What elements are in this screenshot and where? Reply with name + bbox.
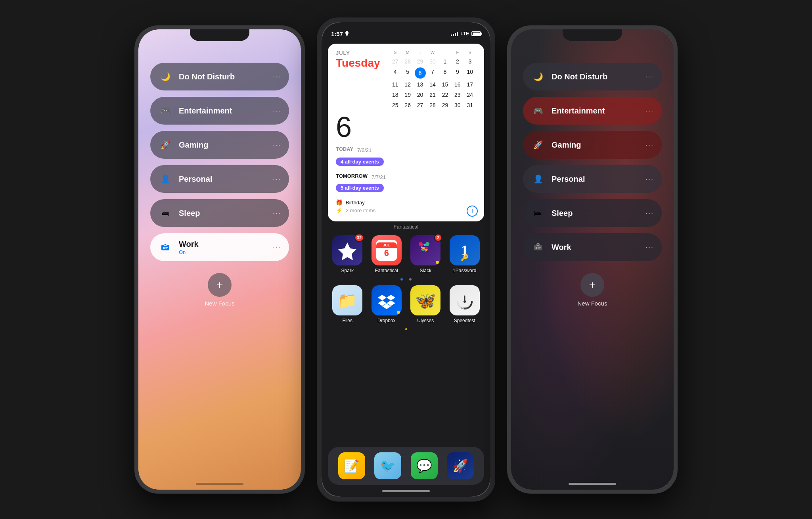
- dock-messages[interactable]: 💬: [411, 452, 438, 479]
- moon-icon-p3: 🌙: [531, 69, 545, 84]
- cal-day-11[interactable]: 11: [389, 80, 401, 89]
- battery-icon: [471, 31, 481, 36]
- focus-label-p3-dnd: Do Not Disturb: [552, 72, 639, 81]
- cal-day-1[interactable]: 1: [439, 57, 451, 66]
- files-label: Files: [343, 318, 352, 323]
- main-scene: 🌙 Do Not Disturb ··· 🎮 Entertainment ···: [0, 0, 812, 519]
- cal-day-6-today[interactable]: 6: [415, 67, 426, 79]
- app-fantastical[interactable]: JUL 6 Fantastical: [370, 235, 403, 273]
- focus-item-p3-sleep[interactable]: 🛏 Sleep ···: [523, 199, 662, 227]
- cal-event-birthday-text: Birthday: [346, 200, 365, 206]
- cal-tomorrow-label: TOMORROW: [336, 173, 368, 179]
- cal-day-18[interactable]: 18: [389, 90, 401, 99]
- cal-day-8[interactable]: 8: [439, 67, 451, 79]
- cal-day-13[interactable]: 13: [414, 80, 426, 89]
- focus-item-personal[interactable]: 👤 Personal ···: [150, 165, 289, 193]
- cal-day-17[interactable]: 17: [464, 80, 476, 89]
- cal-day-24[interactable]: 24: [464, 90, 476, 99]
- dock-notes[interactable]: 📝: [338, 452, 365, 479]
- phone-2-frame: 1:57 LTE: [317, 17, 495, 502]
- cal-day-10[interactable]: 10: [464, 67, 476, 79]
- work-icon: [158, 240, 172, 254]
- cal-day-30b[interactable]: 30: [451, 101, 463, 110]
- focus-item-p3-gaming[interactable]: 🚀 Gaming ···: [523, 131, 662, 159]
- focus-item-sleep[interactable]: 🛏 Sleep ···: [150, 199, 289, 227]
- cal-day-15[interactable]: 15: [439, 80, 451, 89]
- phone2-home-bar[interactable]: [382, 490, 430, 492]
- focus-label-p3-sleep: Sleep: [552, 209, 639, 218]
- svg-marker-5: [338, 242, 356, 260]
- cal-more-items-text: 2 more items: [346, 208, 375, 213]
- cal-day-28a[interactable]: 28: [401, 57, 414, 66]
- phone2-screen: 1:57 LTE: [322, 22, 490, 497]
- app-dropbox[interactable]: Dropbox: [370, 285, 403, 323]
- signal-bar-2: [453, 34, 454, 36]
- page-dot-active: [400, 278, 403, 281]
- dow-s1: S: [389, 50, 401, 55]
- cal-day-29a[interactable]: 29: [414, 57, 426, 66]
- cal-day-31[interactable]: 31: [464, 101, 476, 110]
- cal-day-27b[interactable]: 27: [414, 101, 426, 110]
- svg-rect-4: [165, 248, 167, 249]
- cal-mini-grid: S M T W T F S 27 28 29: [389, 50, 476, 110]
- svg-text:Ookla: Ookla: [461, 306, 468, 309]
- focus-item-do-not-disturb[interactable]: 🌙 Do Not Disturb ···: [150, 63, 289, 90]
- focus-item-gaming[interactable]: 🚀 Gaming ···: [150, 131, 289, 159]
- cal-day-30a[interactable]: 30: [426, 57, 439, 66]
- cal-tomorrow-row: TOMORROW 7/7/21: [336, 173, 476, 181]
- dock-launchcuts[interactable]: 🚀: [447, 452, 474, 479]
- cal-day-26[interactable]: 26: [401, 101, 414, 110]
- app-spark[interactable]: 32 Spark: [331, 235, 364, 273]
- cal-day-3[interactable]: 3: [464, 57, 476, 66]
- cal-day-27a[interactable]: 27: [389, 57, 401, 66]
- cal-day-12[interactable]: 12: [401, 80, 414, 89]
- cal-today-events[interactable]: 4 all-day events: [336, 158, 384, 166]
- person-icon-p3: 👤: [531, 172, 545, 186]
- phone2-status-bar: 1:57 LTE: [322, 22, 490, 40]
- cal-add-button[interactable]: +: [467, 206, 478, 217]
- cal-tomorrow-date: 7/7/21: [372, 174, 386, 180]
- signal-bar-4: [457, 32, 458, 36]
- cal-day-14[interactable]: 14: [426, 80, 439, 89]
- cal-day-16[interactable]: 16: [451, 80, 463, 89]
- cal-today-label: TODAY: [336, 146, 353, 152]
- cal-day-9[interactable]: 9: [451, 67, 463, 79]
- dow-w: W: [426, 50, 439, 55]
- focus-item-p3-personal[interactable]: 👤 Personal ···: [523, 165, 662, 193]
- cal-day-7[interactable]: 7: [426, 67, 439, 79]
- focus-item-entertainment[interactable]: 🎮 Entertainment ···: [150, 97, 289, 125]
- app-ulysses[interactable]: 🦋 Ulysses: [409, 285, 442, 323]
- battery-fill: [473, 33, 480, 35]
- cal-day-28b[interactable]: 28: [426, 101, 439, 110]
- cal-day-4[interactable]: 4: [389, 67, 401, 79]
- spark-badge: 32: [354, 234, 364, 242]
- cal-tomorrow-events[interactable]: 5 all-day events: [336, 184, 384, 192]
- dropbox-dot: [397, 311, 400, 314]
- cal-day-25[interactable]: 25: [389, 101, 401, 110]
- focus-label-personal: Personal: [179, 175, 266, 184]
- phone1-home-bar[interactable]: [196, 483, 243, 485]
- cal-day-2[interactable]: 2: [451, 57, 463, 66]
- phone3-focus-list: 🌙 Do Not Disturb ··· 🎮 Entertainment ···: [511, 55, 674, 269]
- app-files[interactable]: 📁 Files: [331, 285, 364, 323]
- dock-tweetbot[interactable]: 🐦: [374, 452, 401, 479]
- new-focus-button[interactable]: + New Focus: [138, 273, 301, 307]
- gamepad-icon: 🎮: [158, 104, 172, 118]
- svg-point-13: [536, 247, 538, 249]
- cal-day-5[interactable]: 5: [401, 67, 414, 79]
- focus-item-p3-do-not-disturb[interactable]: 🌙 Do Not Disturb ···: [523, 63, 662, 90]
- new-focus-button-p3[interactable]: + New Focus: [511, 273, 674, 307]
- cal-day-22[interactable]: 22: [439, 90, 451, 99]
- cal-day-20[interactable]: 20: [414, 90, 426, 99]
- cal-day-19[interactable]: 19: [401, 90, 414, 99]
- app-1password[interactable]: 1 🔑 1Password: [448, 235, 481, 273]
- focus-item-p3-entertainment[interactable]: 🎮 Entertainment ···: [523, 97, 662, 125]
- phone3-home-bar[interactable]: [569, 483, 616, 485]
- cal-day-23[interactable]: 23: [451, 90, 463, 99]
- cal-day-21[interactable]: 21: [426, 90, 439, 99]
- app-speedtest[interactable]: Ookla Speedtest: [448, 285, 481, 323]
- app-slack[interactable]: 2 Slack: [409, 235, 442, 273]
- cal-day-29b[interactable]: 29: [439, 101, 451, 110]
- focus-item-p3-work[interactable]: Work ···: [523, 233, 662, 261]
- focus-item-work-active[interactable]: Work On ···: [150, 233, 289, 261]
